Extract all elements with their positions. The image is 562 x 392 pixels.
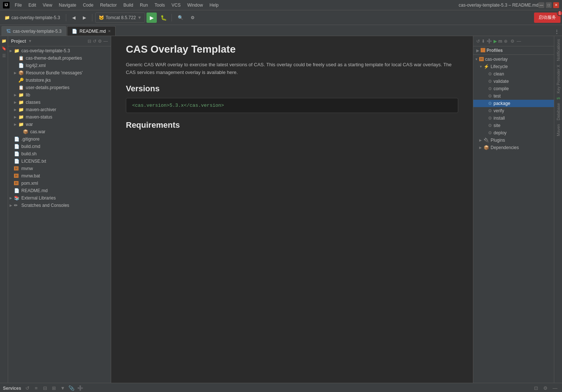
tree-item-scratches[interactable]: ▶ ✏ Scratches and Consoles	[8, 202, 111, 209]
tree-item-maven-status[interactable]: ▶ 📁 maven-status	[8, 113, 111, 121]
float-btn[interactable]: ⊡	[532, 384, 540, 392]
menu-navigate[interactable]: Navigate	[56, 2, 79, 8]
expand-btn[interactable]: ⊞	[50, 384, 58, 392]
minimize-btn[interactable]: —	[538, 2, 544, 8]
project-panel-icon[interactable]: 📁	[1, 38, 7, 44]
menu-view[interactable]: View	[40, 2, 55, 8]
maven-item-install[interactable]: ⚙ install	[473, 114, 554, 122]
tree-label: LICENSE.txt	[21, 159, 46, 164]
maven-toolbar-minimize[interactable]: —	[517, 39, 521, 44]
menu-file[interactable]: File	[12, 2, 25, 8]
database-panel-label[interactable]: Database	[555, 102, 561, 122]
tree-item-resource-bundle[interactable]: ▶ 📦 Resource Bundle 'messages'	[8, 69, 111, 77]
project-breadcrumb-tab[interactable]: 🏗 cas-overlay-template-5.3	[1, 26, 66, 36]
tree-item-mvnw-bat[interactable]: 🅼 mvnw.bat	[8, 172, 111, 180]
menu-build[interactable]: Build	[120, 2, 136, 8]
lifecycle-icon: ⚡	[484, 64, 489, 69]
tree-item-pom[interactable]: 🅼 pom.xml	[8, 180, 111, 187]
pin-btn[interactable]: 📎	[67, 384, 75, 392]
maven-item-dependencies[interactable]: ▶ 📦 Dependencies	[473, 144, 554, 151]
search-btn[interactable]: 🔍	[175, 13, 186, 23]
maximize-btn[interactable]: □	[546, 2, 552, 8]
maven-item-site[interactable]: ⚙ site	[473, 122, 554, 129]
tree-item-classes[interactable]: ▶ 📁 classes	[8, 99, 111, 106]
maven-item-clean[interactable]: ⚙ clean	[473, 70, 554, 78]
tree-item-readme[interactable]: 📄 README.md	[8, 187, 111, 194]
maven-item-validate[interactable]: ⚙ validate	[473, 78, 554, 85]
start-service-button[interactable]: 启动服务 1	[534, 13, 561, 23]
maven-panel-label[interactable]: Maven	[555, 123, 561, 138]
arrow-icon: ▶	[14, 123, 18, 126]
readme-tab-close[interactable]: ✕	[108, 29, 111, 33]
maven-toolbar-run[interactable]: ▶	[494, 39, 497, 44]
minimize-panel-icon[interactable]: —	[103, 39, 108, 44]
maven-toolbar-download[interactable]: ⬇	[481, 39, 485, 44]
menu-window[interactable]: Window	[184, 2, 206, 8]
maven-item-verify[interactable]: ⚙ verify	[473, 107, 554, 114]
maven-toolbar-m[interactable]: m	[498, 39, 502, 44]
maven-toolbar-settings[interactable]: ⚙	[510, 39, 515, 44]
maven-item-test[interactable]: ⚙ test	[473, 92, 554, 100]
tree-item-maven-archiver[interactable]: ▶ 📁 maven-archiver	[8, 106, 111, 113]
tree-item-war[interactable]: ▶ 📁 war	[8, 121, 111, 128]
maven-item-cas-overlay[interactable]: ▼ 🅼 cas-overlay	[473, 56, 554, 63]
tree-item-user-details[interactable]: 📋 user-details.properties	[8, 84, 111, 91]
menu-run[interactable]: Run	[137, 2, 151, 8]
project-selector[interactable]: 📁 cas-overlay-template-5.3	[1, 13, 63, 23]
tree-item-cas-war[interactable]: 📦 cas.war	[8, 128, 111, 135]
maven-item-deploy[interactable]: ⚙ deploy	[473, 129, 554, 137]
debug-button[interactable]: 🐛	[158, 13, 169, 23]
editor-content[interactable]: CAS Overlay Template Generic CAS WAR ove…	[111, 36, 473, 383]
maven-item-plugins[interactable]: ▶ 🔌 Plugins	[473, 137, 554, 144]
maven-toolbar-add[interactable]: ➕	[487, 39, 492, 44]
tree-item-build-cmd[interactable]: 📄 build.cmd	[8, 143, 111, 150]
tree-item-external-libs[interactable]: ▶ 📚 External Libraries	[8, 194, 111, 202]
code-with-me-panel-label[interactable]: $	[555, 96, 561, 101]
menu-tools[interactable]: Tools	[152, 2, 168, 8]
maven-toolbar-more[interactable]: ⊕	[504, 39, 508, 44]
readme-file-tab[interactable]: 📄 README.md ✕	[67, 26, 116, 36]
gear-icon[interactable]: ⚙	[98, 39, 102, 44]
run-config-selector[interactable]: 🐱 Tomcat 8.5.722 ▼	[95, 13, 145, 23]
menu-help[interactable]: Help	[206, 2, 222, 8]
settings-btn[interactable]: ⚙	[188, 13, 198, 23]
maven-item-compile[interactable]: ⚙ compile	[473, 85, 554, 92]
back-btn[interactable]: ◀	[69, 13, 78, 23]
collapse-btn[interactable]: ⊟	[41, 384, 49, 392]
profiles-expand-icon[interactable]: ▶	[476, 49, 479, 53]
close-btn[interactable]: ✕	[553, 2, 559, 8]
add-service-btn[interactable]: ➕	[76, 384, 84, 392]
list-view-btn[interactable]: ≡	[32, 384, 40, 392]
tree-item-log4j[interactable]: 📄 log4j2.xml	[8, 62, 111, 69]
refresh-services-btn[interactable]: ↺	[23, 384, 31, 392]
bookmark-icon[interactable]: 🔖	[1, 45, 7, 52]
tree-item-mvnw[interactable]: 🅼 mvnw	[8, 165, 111, 172]
menu-refactor[interactable]: Refactor	[97, 2, 120, 8]
tree-item-gitignore[interactable]: 📄 .gitignore	[8, 135, 111, 143]
run-button[interactable]: ▶	[146, 13, 157, 23]
sh-icon: 📄	[14, 151, 20, 156]
maven-item-lifecycle[interactable]: ▼ ⚡ Lifecycle	[473, 63, 554, 70]
tree-label: cas.war	[30, 129, 45, 134]
maven-toolbar-refresh[interactable]: ↺	[476, 39, 480, 44]
notifications-panel-label[interactable]: Notifications	[555, 38, 561, 63]
tree-item-license[interactable]: 📄 LICENSE.txt	[8, 158, 111, 165]
tree-item-cas-theme[interactable]: 📋 cas-theme-default.properties	[8, 54, 111, 62]
collapse-all-icon[interactable]: ⊟	[88, 39, 91, 44]
menu-edit[interactable]: Edit	[25, 2, 39, 8]
filter-btn[interactable]: ▼	[59, 384, 67, 392]
key-promoter-panel-label[interactable]: Key Promoter X	[555, 63, 561, 95]
menu-vcs[interactable]: VCS	[169, 2, 184, 8]
structure-icon[interactable]: ☰	[1, 52, 7, 59]
tab-more-options[interactable]: ⋮	[552, 28, 562, 36]
tree-item-cas-overlay[interactable]: ▶ 📁 cas-overlay-template-5.3	[8, 47, 111, 54]
services-settings-btn[interactable]: ⚙	[541, 384, 549, 392]
tree-item-lib[interactable]: ▶ 📁 lib	[8, 91, 111, 99]
menu-code[interactable]: Code	[80, 2, 96, 8]
services-minimize-btn[interactable]: —	[551, 384, 559, 392]
sync-icon[interactable]: ↺	[93, 39, 96, 44]
maven-item-package[interactable]: ⚙ package	[473, 100, 554, 107]
forward-btn[interactable]: ▶	[80, 13, 89, 23]
tree-item-build-sh[interactable]: 📄 build.sh	[8, 150, 111, 158]
tree-item-truststore[interactable]: 🔑 truststore.jks	[8, 77, 111, 84]
